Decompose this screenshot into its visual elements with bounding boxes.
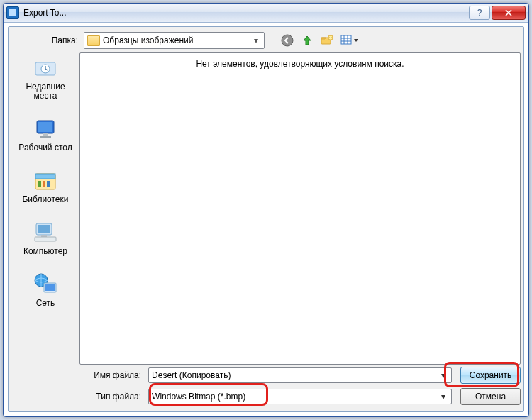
chevron-down-icon: ▾ xyxy=(251,35,261,45)
titlebar[interactable]: Export To... ? xyxy=(4,4,528,23)
up-button[interactable] xyxy=(300,33,314,48)
sidebar-item-computer[interactable]: Компьютер xyxy=(11,220,79,256)
svg-rect-22 xyxy=(35,237,56,241)
folder-icon xyxy=(87,35,100,46)
svg-rect-17 xyxy=(43,181,45,187)
svg-rect-15 xyxy=(35,174,55,179)
sidebar-item-label: Сеть xyxy=(11,299,79,308)
footer: Имя файла: Desert (Копировать) ▾ Сохрани… xyxy=(11,366,521,407)
svg-rect-20 xyxy=(38,225,50,233)
places-sidebar: Недавние места Рабочий стол xyxy=(11,52,79,365)
cancel-button[interactable]: Отмена xyxy=(460,388,521,405)
sidebar-item-desktop[interactable]: Рабочий стол xyxy=(11,116,79,153)
file-list[interactable]: Нет элементов, удовлетворяющих условиям … xyxy=(79,52,521,365)
folder-row: Папка: Образцы изображений ▾ xyxy=(9,27,523,51)
body: Недавние места Рабочий стол xyxy=(11,52,521,365)
filetype-label: Тип файла: xyxy=(11,392,148,402)
svg-rect-18 xyxy=(47,181,50,187)
recent-places-icon xyxy=(31,55,60,81)
desktop-icon xyxy=(31,116,60,142)
filename-input[interactable]: Desert (Копировать) ▾ xyxy=(148,368,452,383)
sidebar-item-label: места xyxy=(11,92,79,101)
svg-rect-16 xyxy=(38,181,41,187)
help-button[interactable]: ? xyxy=(469,6,490,20)
chevron-down-icon: ▾ xyxy=(438,370,448,380)
close-button[interactable] xyxy=(492,6,526,20)
client-area: Папка: Образцы изображений ▾ xyxy=(8,26,524,412)
computer-icon xyxy=(31,220,60,245)
dialog-window: Export To... ? Папка: Образцы изображени… xyxy=(3,3,529,417)
empty-message: Нет элементов, удовлетворяющих условиям … xyxy=(196,59,404,69)
back-button[interactable] xyxy=(280,33,294,48)
folder-combo[interactable]: Образцы изображений ▾ xyxy=(84,32,265,49)
window-controls: ? xyxy=(467,6,526,20)
view-icon xyxy=(340,35,359,46)
svg-point-0 xyxy=(282,35,293,46)
sidebar-item-label: Библиотеки xyxy=(11,195,79,204)
svg-rect-13 xyxy=(40,136,51,138)
close-icon xyxy=(505,9,512,16)
sidebar-item-label: Рабочий стол xyxy=(11,143,79,153)
sidebar-item-recent[interactable]: Недавние места xyxy=(11,55,79,101)
svg-rect-11 xyxy=(38,122,52,132)
sidebar-item-label: Компьютер xyxy=(11,247,79,256)
network-icon xyxy=(31,272,60,297)
filename-value: Desert (Копировать) xyxy=(152,370,438,380)
window-title: Export To... xyxy=(23,8,66,18)
chevron-down-icon: ▾ xyxy=(438,392,448,402)
svg-rect-25 xyxy=(45,284,55,291)
filename-label: Имя файла: xyxy=(11,370,148,380)
folder-label: Папка: xyxy=(14,35,84,45)
svg-rect-3 xyxy=(341,35,351,44)
sidebar-item-libraries[interactable]: Библиотеки xyxy=(11,168,79,204)
cancel-button-label: Отмена xyxy=(475,392,506,402)
libraries-icon xyxy=(31,168,60,194)
new-folder-button[interactable] xyxy=(320,33,334,48)
filetype-value: Windows Bitmap (*.bmp) xyxy=(152,392,438,402)
svg-rect-12 xyxy=(43,133,48,136)
new-folder-icon xyxy=(321,35,333,46)
sidebar-item-network[interactable]: Сеть xyxy=(11,272,79,308)
save-button[interactable]: Сохранить xyxy=(460,367,521,384)
filetype-combo[interactable]: Windows Bitmap (*.bmp) ▾ xyxy=(148,389,452,404)
app-icon xyxy=(6,6,19,19)
folder-value: Образцы изображений xyxy=(103,35,251,45)
back-icon xyxy=(281,34,294,47)
up-icon xyxy=(301,35,313,46)
toolbar-buttons xyxy=(280,33,360,48)
view-menu-button[interactable] xyxy=(340,33,360,48)
save-button-label: Сохранить xyxy=(470,370,512,380)
